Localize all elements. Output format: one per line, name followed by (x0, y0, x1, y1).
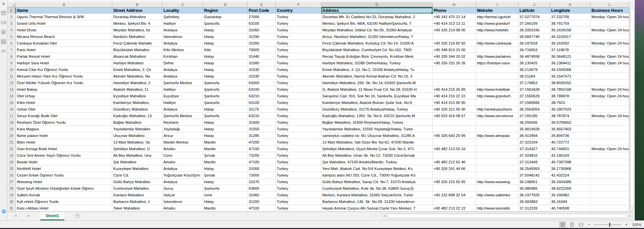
cell-C9[interactable]: Defne (162, 60, 203, 66)
cell-I21[interactable] (476, 139, 519, 146)
cell-F20[interactable]: Turkey (276, 132, 321, 139)
column-header-H[interactable]: H (433, 2, 476, 8)
cell-B15[interactable]: Kamberiye Mahallesi, (112, 99, 162, 106)
zoom-in-button[interactable]: + (625, 222, 628, 227)
cell-D24[interactable]: Mardin (203, 159, 248, 165)
cell-H30[interactable] (433, 198, 476, 205)
cell-L6[interactable]: Monday: Open 24 hour (590, 40, 629, 47)
cell-H25[interactable]: +90 326 241 44 66 (433, 165, 476, 172)
cell-D21[interactable]: Mardin (203, 139, 248, 146)
cell-J31[interactable]: 37.312239 (519, 205, 550, 212)
cell-B16[interactable]: Güzelburç Mahallesi (112, 106, 162, 113)
cell-F23[interactable]: Turkey (276, 152, 321, 159)
cell-H14[interactable]: +90 414 216 22 22 (433, 93, 476, 99)
cell-H5[interactable] (433, 33, 476, 40)
cell-L18[interactable] (590, 119, 629, 126)
printer-icon[interactable] (1, 30, 6, 35)
row-header-5[interactable]: 5 (7, 33, 16, 40)
cell-I8[interactable]: http://www.parlakres (476, 53, 519, 60)
cell-A20[interactable]: flame palace hotel (16, 132, 112, 139)
cell-I25[interactable] (476, 165, 519, 172)
cell-I31[interactable]: http://www.kasriabb (476, 205, 519, 212)
cell-D2[interactable]: Gaziantep (203, 14, 248, 20)
cell-E25[interactable]: 31000 (248, 165, 276, 172)
row-header-4[interactable]: 4 (7, 27, 16, 33)
cell-A9[interactable]: Harbiye Sara Hotel (16, 60, 112, 66)
cell-E6[interactable]: 31000 (248, 40, 276, 47)
cell-E4[interactable]: 31060 (248, 27, 276, 33)
cell-G10[interactable]: Emek Mahallesi, 3. Çk. No:2, 31030 Antak… (321, 66, 433, 73)
vertical-scrollbar[interactable]: ▼ (629, 8, 635, 218)
cell-H10[interactable] (433, 66, 476, 73)
cell-F21[interactable]: Turkey (276, 139, 321, 146)
row-header-18[interactable]: 18 (7, 119, 16, 126)
cell-D5[interactable]: Hatay (203, 33, 248, 40)
cell-D19[interactable]: Hatay (203, 126, 248, 132)
cell-C13[interactable]: Haliliye (162, 86, 203, 93)
vertical-scrollbar-thumb[interactable] (630, 8, 634, 206)
header-cell-E1[interactable]: Post Code (248, 8, 276, 14)
cell-H15[interactable]: +90 414 313 90 90 (433, 99, 476, 106)
cell-D22[interactable]: Mardin (203, 146, 248, 152)
cell-E18[interactable]: 31500 (248, 119, 276, 126)
cell-A18[interactable]: Reyhanlı Özel Öğrenci Yurdu (16, 119, 112, 126)
cell-D31[interactable]: Mardin (203, 205, 248, 212)
cell-I26[interactable] (476, 172, 519, 179)
cell-F17[interactable]: Turkey (276, 113, 321, 119)
cell-K24[interactable]: 40.7397398 (550, 159, 590, 165)
row-header-14[interactable]: 14 (7, 93, 16, 99)
cell-J20[interactable]: 36.413994 (519, 132, 550, 139)
scroll-right-icon[interactable]: ► (627, 214, 633, 217)
cell-L20[interactable] (590, 132, 629, 139)
cell-L16[interactable] (590, 106, 629, 113)
cell-A22[interactable]: Gazi Konagi Butik Hotel (16, 146, 112, 152)
cell-E20[interactable]: 31285 (248, 132, 276, 139)
cell-L30[interactable] (590, 198, 629, 205)
cell-B29[interactable]: Kantara Mahallesi (112, 192, 162, 198)
row-header-22[interactable]: 22 (7, 146, 16, 152)
cell-H19[interactable] (433, 126, 476, 132)
cell-D13[interactable]: Şanlıurfa (203, 86, 248, 93)
column-header-A[interactable]: A (16, 2, 112, 8)
row-header-15[interactable]: 15 (7, 99, 16, 106)
cell-F30[interactable]: Turkey (276, 198, 321, 205)
cell-A29[interactable]: Salkim Konak (16, 192, 112, 198)
cell-L8[interactable]: Monday: Open 24 hour (590, 53, 629, 60)
cell-I16[interactable]: http://antakyaozhano (476, 106, 519, 113)
cell-I22[interactable] (476, 146, 519, 152)
cell-K17[interactable]: 38.787874 (550, 113, 590, 119)
cell-C11[interactable]: Antakya (162, 73, 203, 80)
cell-C25[interactable]: Antakya (162, 165, 203, 172)
cell-J14[interactable]: 37.1550629 (519, 93, 550, 99)
row-header-23[interactable]: 23 (7, 152, 16, 159)
zoom-level[interactable]: 100% (631, 223, 641, 227)
cell-E29[interactable]: 31060 (248, 192, 276, 198)
cell-I30[interactable] (476, 198, 519, 205)
cell-B25[interactable]: Kuzeytepe Mahallesi (112, 165, 162, 172)
row-header-17[interactable]: 17 (7, 113, 16, 119)
cell-K10[interactable]: 36.1509368 (550, 66, 590, 73)
cell-K18[interactable]: 36.5705662 (550, 119, 590, 126)
row-header-16[interactable]: 16 (7, 106, 16, 113)
cell-G29[interactable]: Merkez, Kantara Mahallesi, 31060 Selçuk/… (321, 192, 433, 198)
cell-C7[interactable]: Kilis Merkez (162, 47, 203, 53)
row-header-13[interactable]: 13 (7, 86, 16, 93)
cell-D15[interactable]: Şanlıurfa (203, 99, 248, 106)
cell-H11[interactable] (433, 73, 476, 80)
cell-J3[interactable]: 37.166109 (519, 20, 550, 27)
cell-K15[interactable]: 38.7923 (550, 99, 590, 106)
cell-F18[interactable]: Turkey (276, 119, 321, 126)
cell-A24[interactable]: Basak Hotel (16, 159, 112, 165)
cell-I19[interactable] (476, 126, 519, 132)
cell-I5[interactable] (476, 33, 519, 40)
cell-F14[interactable]: Turkey (276, 93, 321, 99)
cell-D30[interactable]: Hatay (203, 198, 248, 205)
cell-J23[interactable]: 37.324816 (519, 152, 550, 159)
zoom-slider-thumb[interactable] (609, 223, 610, 227)
header-cell-D1[interactable]: Region (203, 8, 248, 14)
row-header-26[interactable]: 26 (7, 172, 16, 179)
cell-H13[interactable]: +90 414 215 26 89 (433, 86, 476, 93)
cell-L2[interactable]: Monday: Open 24 hour (590, 14, 629, 20)
cell-A19[interactable]: Kara Magara (16, 126, 112, 132)
cell-D8[interactable]: Hatay (203, 53, 248, 60)
